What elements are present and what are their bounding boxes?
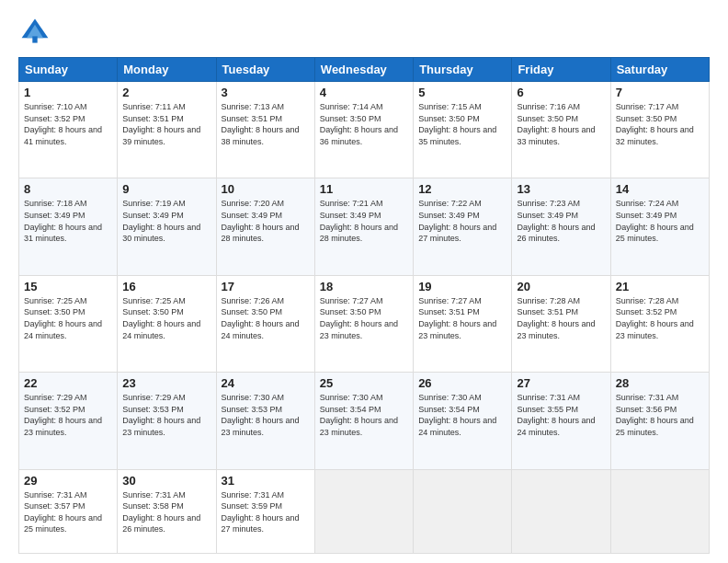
calendar-cell: 30Sunrise: 7:31 AMSunset: 3:58 PMDayligh… bbox=[118, 469, 216, 554]
day-number: 4 bbox=[320, 86, 408, 99]
header bbox=[18, 15, 710, 48]
weekday-header-wednesday: Wednesday bbox=[314, 58, 413, 82]
calendar-cell: 21Sunrise: 7:28 AMSunset: 3:52 PMDayligh… bbox=[610, 275, 709, 372]
calendar-cell: 5Sunrise: 7:15 AMSunset: 3:50 PMDaylight… bbox=[414, 82, 512, 178]
day-number: 30 bbox=[122, 474, 210, 488]
day-number: 18 bbox=[320, 280, 408, 293]
day-number: 9 bbox=[122, 182, 210, 196]
day-info: Sunrise: 7:25 AMSunset: 3:50 PMDaylight:… bbox=[122, 295, 210, 341]
day-number: 26 bbox=[418, 376, 506, 390]
calendar-cell: 4Sunrise: 7:14 AMSunset: 3:50 PMDaylight… bbox=[314, 82, 413, 178]
calendar-cell: 29Sunrise: 7:31 AMSunset: 3:57 PMDayligh… bbox=[19, 469, 118, 554]
calendar-cell: 24Sunrise: 7:30 AMSunset: 3:53 PMDayligh… bbox=[216, 373, 314, 469]
day-info: Sunrise: 7:18 AMSunset: 3:49 PMDaylight:… bbox=[24, 198, 112, 244]
day-number: 15 bbox=[24, 280, 112, 293]
calendar-cell: 8Sunrise: 7:18 AMSunset: 3:49 PMDaylight… bbox=[19, 178, 118, 275]
calendar-cell: 25Sunrise: 7:30 AMSunset: 3:54 PMDayligh… bbox=[314, 373, 413, 469]
weekday-header-thursday: Thursday bbox=[414, 58, 512, 82]
calendar-cell: 9Sunrise: 7:19 AMSunset: 3:49 PMDaylight… bbox=[118, 178, 216, 275]
day-number: 16 bbox=[122, 280, 210, 293]
calendar-cell: 23Sunrise: 7:29 AMSunset: 3:53 PMDayligh… bbox=[118, 373, 216, 469]
calendar-cell: 7Sunrise: 7:17 AMSunset: 3:50 PMDaylight… bbox=[610, 82, 709, 178]
day-info: Sunrise: 7:16 AMSunset: 3:50 PMDaylight:… bbox=[517, 101, 605, 147]
calendar-cell: 22Sunrise: 7:29 AMSunset: 3:52 PMDayligh… bbox=[19, 373, 118, 469]
day-number: 5 bbox=[418, 86, 506, 99]
day-info: Sunrise: 7:22 AMSunset: 3:49 PMDaylight:… bbox=[418, 198, 506, 244]
day-number: 27 bbox=[517, 376, 605, 390]
day-number: 17 bbox=[222, 280, 310, 293]
calendar-cell: 13Sunrise: 7:23 AMSunset: 3:49 PMDayligh… bbox=[512, 178, 610, 275]
calendar-cell: 6Sunrise: 7:16 AMSunset: 3:50 PMDaylight… bbox=[512, 82, 610, 178]
calendar-cell: 20Sunrise: 7:28 AMSunset: 3:51 PMDayligh… bbox=[512, 275, 610, 372]
day-info: Sunrise: 7:30 AMSunset: 3:54 PMDaylight:… bbox=[418, 392, 506, 438]
weekday-header-tuesday: Tuesday bbox=[216, 58, 314, 82]
calendar-cell: 10Sunrise: 7:20 AMSunset: 3:49 PMDayligh… bbox=[216, 178, 314, 275]
day-number: 19 bbox=[418, 280, 506, 293]
day-info: Sunrise: 7:25 AMSunset: 3:50 PMDaylight:… bbox=[24, 295, 112, 341]
day-number: 14 bbox=[616, 182, 704, 196]
day-info: Sunrise: 7:13 AMSunset: 3:51 PMDaylight:… bbox=[222, 101, 310, 147]
day-info: Sunrise: 7:17 AMSunset: 3:50 PMDaylight:… bbox=[616, 101, 704, 147]
day-info: Sunrise: 7:10 AMSunset: 3:52 PMDaylight:… bbox=[24, 101, 112, 147]
day-info: Sunrise: 7:30 AMSunset: 3:54 PMDaylight:… bbox=[320, 392, 408, 438]
day-info: Sunrise: 7:27 AMSunset: 3:51 PMDaylight:… bbox=[418, 295, 506, 341]
day-number: 20 bbox=[517, 280, 605, 293]
week-row-2: 8Sunrise: 7:18 AMSunset: 3:49 PMDaylight… bbox=[19, 178, 710, 275]
calendar-body: 1Sunrise: 7:10 AMSunset: 3:52 PMDaylight… bbox=[19, 82, 710, 554]
day-number: 2 bbox=[122, 86, 210, 99]
day-number: 8 bbox=[24, 182, 112, 196]
weekday-header-friday: Friday bbox=[512, 58, 610, 82]
day-info: Sunrise: 7:20 AMSunset: 3:49 PMDaylight:… bbox=[222, 198, 310, 244]
day-number: 13 bbox=[517, 182, 605, 196]
day-info: Sunrise: 7:29 AMSunset: 3:53 PMDaylight:… bbox=[122, 392, 210, 438]
calendar-cell: 17Sunrise: 7:26 AMSunset: 3:50 PMDayligh… bbox=[216, 275, 314, 372]
calendar-cell: 3Sunrise: 7:13 AMSunset: 3:51 PMDaylight… bbox=[216, 82, 314, 178]
week-row-5: 29Sunrise: 7:31 AMSunset: 3:57 PMDayligh… bbox=[19, 469, 710, 554]
week-row-4: 22Sunrise: 7:29 AMSunset: 3:52 PMDayligh… bbox=[19, 373, 710, 469]
day-info: Sunrise: 7:14 AMSunset: 3:50 PMDaylight:… bbox=[320, 101, 408, 147]
calendar-cell: 1Sunrise: 7:10 AMSunset: 3:52 PMDaylight… bbox=[19, 82, 118, 178]
day-info: Sunrise: 7:31 AMSunset: 3:59 PMDaylight:… bbox=[222, 489, 310, 535]
day-info: Sunrise: 7:31 AMSunset: 3:55 PMDaylight:… bbox=[517, 392, 605, 438]
day-number: 31 bbox=[222, 474, 310, 488]
day-info: Sunrise: 7:28 AMSunset: 3:51 PMDaylight:… bbox=[517, 295, 605, 341]
day-number: 6 bbox=[517, 86, 605, 99]
weekday-header-monday: Monday bbox=[118, 58, 216, 82]
calendar-cell: 11Sunrise: 7:21 AMSunset: 3:49 PMDayligh… bbox=[314, 178, 413, 275]
day-info: Sunrise: 7:11 AMSunset: 3:51 PMDaylight:… bbox=[122, 101, 210, 147]
calendar-cell: 18Sunrise: 7:27 AMSunset: 3:50 PMDayligh… bbox=[314, 275, 413, 372]
calendar-cell: 19Sunrise: 7:27 AMSunset: 3:51 PMDayligh… bbox=[414, 275, 512, 372]
day-number: 22 bbox=[24, 376, 112, 390]
day-info: Sunrise: 7:23 AMSunset: 3:49 PMDaylight:… bbox=[517, 198, 605, 244]
weekday-header-saturday: Saturday bbox=[610, 58, 709, 82]
page: SundayMondayTuesdayWednesdayThursdayFrid… bbox=[0, 0, 728, 563]
day-number: 11 bbox=[320, 182, 408, 196]
day-number: 28 bbox=[616, 376, 704, 390]
day-info: Sunrise: 7:24 AMSunset: 3:49 PMDaylight:… bbox=[616, 198, 704, 244]
day-info: Sunrise: 7:28 AMSunset: 3:52 PMDaylight:… bbox=[616, 295, 704, 341]
weekday-header-row: SundayMondayTuesdayWednesdayThursdayFrid… bbox=[19, 58, 710, 82]
day-number: 25 bbox=[320, 376, 408, 390]
day-info: Sunrise: 7:21 AMSunset: 3:49 PMDaylight:… bbox=[320, 198, 408, 244]
calendar-cell: 26Sunrise: 7:30 AMSunset: 3:54 PMDayligh… bbox=[414, 373, 512, 469]
day-info: Sunrise: 7:26 AMSunset: 3:50 PMDaylight:… bbox=[222, 295, 310, 341]
day-number: 29 bbox=[24, 474, 112, 488]
week-row-1: 1Sunrise: 7:10 AMSunset: 3:52 PMDaylight… bbox=[19, 82, 710, 178]
calendar: SundayMondayTuesdayWednesdayThursdayFrid… bbox=[18, 57, 710, 554]
day-info: Sunrise: 7:31 AMSunset: 3:58 PMDaylight:… bbox=[122, 489, 210, 535]
day-number: 3 bbox=[222, 86, 310, 99]
logo bbox=[18, 15, 55, 48]
day-info: Sunrise: 7:31 AMSunset: 3:56 PMDaylight:… bbox=[616, 392, 704, 438]
day-number: 12 bbox=[418, 182, 506, 196]
day-number: 21 bbox=[616, 280, 704, 293]
weekday-header-sunday: Sunday bbox=[19, 58, 118, 82]
day-info: Sunrise: 7:29 AMSunset: 3:52 PMDaylight:… bbox=[24, 392, 112, 438]
week-row-3: 15Sunrise: 7:25 AMSunset: 3:50 PMDayligh… bbox=[19, 275, 710, 372]
calendar-cell: 28Sunrise: 7:31 AMSunset: 3:56 PMDayligh… bbox=[610, 373, 709, 469]
svg-rect-2 bbox=[32, 36, 37, 42]
day-number: 1 bbox=[24, 86, 112, 99]
calendar-cell: 15Sunrise: 7:25 AMSunset: 3:50 PMDayligh… bbox=[19, 275, 118, 372]
calendar-cell: 31Sunrise: 7:31 AMSunset: 3:59 PMDayligh… bbox=[216, 469, 314, 554]
day-number: 23 bbox=[122, 376, 210, 390]
calendar-cell: 27Sunrise: 7:31 AMSunset: 3:55 PMDayligh… bbox=[512, 373, 610, 469]
